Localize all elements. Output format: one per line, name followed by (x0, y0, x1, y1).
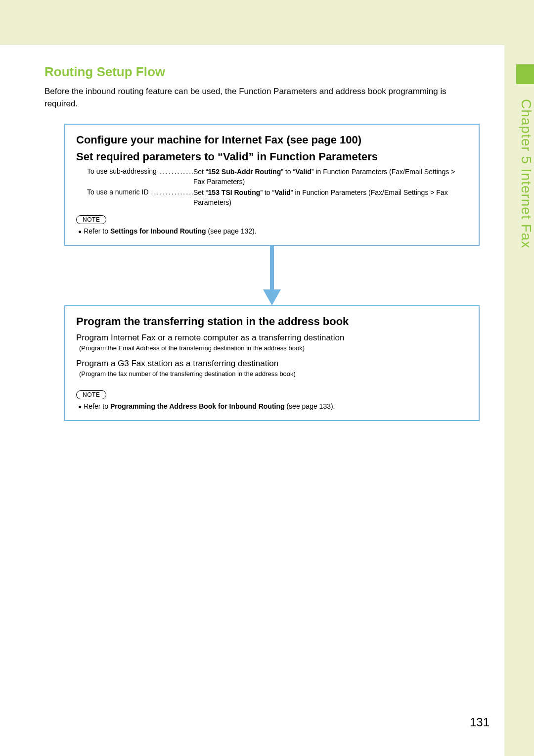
flow-box-configure: Configure your machine for Internet Fax … (64, 124, 480, 246)
arrow-down-icon (262, 246, 282, 305)
param-left-subaddr: To use sub-addressing (87, 167, 158, 175)
t: Refer to (84, 227, 110, 235)
svg-marker-1 (263, 289, 281, 305)
page-number: 131 (470, 715, 490, 729)
note-line-1: ●Refer to Settings for Inbound Routing (… (78, 227, 468, 235)
box1-heading2: Set required parameters to “Valid” in Fu… (76, 150, 468, 163)
t: Settings for Inbound Routing (110, 227, 206, 235)
note-line-2: ●Refer to Programming the Address Book f… (78, 402, 468, 410)
t: Programming the Address Book for Inbound… (110, 402, 285, 410)
chapter-label: Chapter 5 Internet Fax (510, 99, 534, 346)
note-badge-2: NOTE (76, 390, 106, 399)
section-title: Routing Setup Flow (44, 64, 480, 80)
t: Valid (274, 189, 291, 196)
box2-heading: Program the transferring station in the … (76, 315, 468, 328)
t: Refer to (84, 402, 110, 410)
t: 153 TSI Routing (208, 189, 261, 196)
box1-heading1: Configure your machine for Internet Fax … (76, 134, 468, 146)
svg-rect-0 (270, 246, 274, 290)
bullet-icon: ● (78, 403, 82, 410)
param-row-tsi: To use a numeric ID Set “153 TSI Routing… (87, 188, 468, 207)
t: Set “ (193, 168, 208, 176)
t: Valid (295, 168, 312, 176)
page-content: Routing Setup Flow Before the inbound ro… (44, 64, 480, 421)
top-band (0, 0, 534, 45)
t: (see page 132). (206, 227, 257, 235)
param-left-tsi: To use a numeric ID (87, 188, 150, 196)
param-row-subaddr: To use sub-addressing Set “152 Sub-Addr … (87, 167, 468, 187)
chapter-tab (516, 64, 534, 84)
divider (0, 45, 534, 45)
bullet-icon: ● (78, 228, 82, 235)
param-right-tsi: Set “153 TSI Routing” to “Valid” in Func… (193, 188, 468, 207)
t: ” to “ (281, 168, 295, 176)
box2-line2: Program a G3 Fax station as a transferri… (76, 359, 468, 369)
t: 152 Sub-Addr Routing (208, 168, 281, 176)
t: (see page 133). (285, 402, 335, 410)
param-right-subaddr: Set “152 Sub-Addr Routing” to “Valid” in… (193, 167, 468, 187)
t: Set “ (193, 189, 208, 196)
box2-line1: Program Internet Fax or a remote compute… (76, 333, 468, 343)
box2-sub1: (Program the Email Address of the transf… (79, 344, 468, 352)
flow-arrow (64, 246, 480, 305)
box2-sub2: (Program the fax number of the transferr… (79, 370, 468, 378)
intro-text: Before the inbound routing feature can b… (44, 86, 480, 110)
note-badge: NOTE (76, 215, 106, 224)
t: ” to “ (260, 189, 274, 196)
flow-box-program: Program the transferring station in the … (64, 305, 480, 421)
